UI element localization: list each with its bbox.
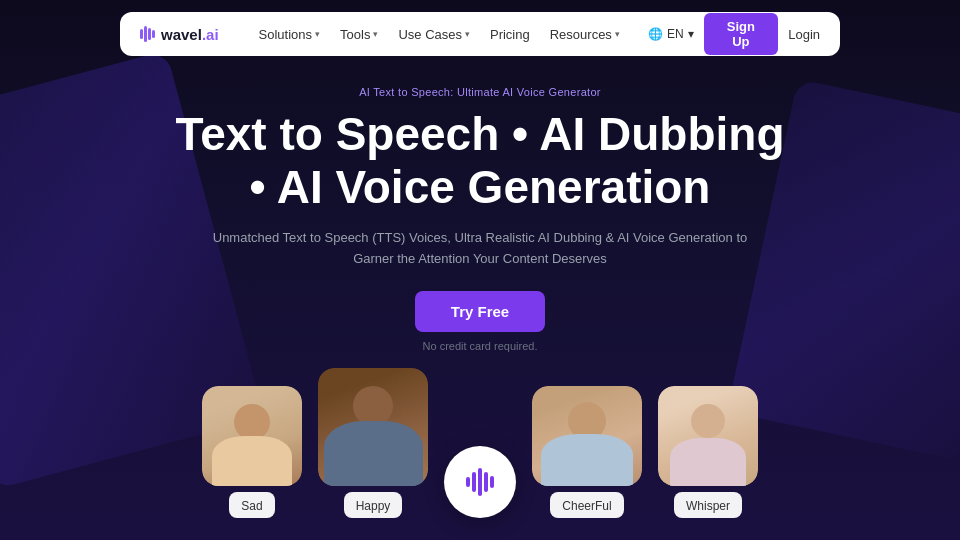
voice-cards-section: Sad Happy CheerFul	[0, 352, 960, 518]
nav-tools[interactable]: Tools ▾	[340, 27, 378, 42]
logo-bar-1	[140, 29, 143, 39]
hero-description: Unmatched Text to Speech (TTS) Voices, U…	[200, 228, 760, 270]
login-button[interactable]: Login	[788, 27, 820, 42]
hero-section: AI Text to Speech: Ultimate AI Voice Gen…	[0, 68, 960, 352]
chevron-down-icon: ▾	[373, 29, 378, 39]
person-whisper-photo	[658, 386, 758, 486]
logo-text: wavel.ai	[161, 26, 219, 43]
soundwave-bar-4	[484, 472, 488, 492]
nav-solutions[interactable]: Solutions ▾	[259, 27, 320, 42]
voice-card-cheerful[interactable]: CheerFul	[532, 386, 642, 518]
navbar: wavel.ai Solutions ▾ Tools ▾ Use Cases ▾…	[0, 0, 960, 68]
nav-use-cases[interactable]: Use Cases ▾	[398, 27, 470, 42]
voice-label-wrap-sad: Sad	[229, 492, 274, 518]
signup-button[interactable]: Sign Up	[704, 13, 779, 55]
person-sad-photo	[202, 386, 302, 486]
person-cheerful-photo	[532, 386, 642, 486]
wavel-soundwave-icon	[466, 468, 494, 496]
soundwave-bar-3	[478, 468, 482, 496]
soundwave-bar-1	[466, 477, 470, 487]
hero-title-line2: • AI Voice Generation	[250, 161, 711, 213]
voice-label-wrap-cheerful: CheerFul	[550, 492, 623, 518]
logo-domain: .ai	[202, 26, 219, 43]
language-selector[interactable]: 🌐 EN ▾	[648, 27, 694, 41]
logo-bar-2	[144, 26, 147, 42]
voice-card-logo	[444, 446, 516, 518]
voice-label-cheerful: CheerFul	[562, 499, 611, 513]
chevron-down-icon: ▾	[465, 29, 470, 39]
voice-card-whisper[interactable]: Whisper	[658, 386, 758, 518]
hero-title-line1: Text to Speech • AI Dubbing	[175, 108, 784, 160]
voice-label-wrap-happy: Happy	[344, 492, 403, 518]
nav-actions: 🌐 EN ▾ Sign Up Login	[648, 13, 820, 55]
voice-label-happy: Happy	[356, 499, 391, 513]
voice-image-sad	[202, 386, 302, 486]
voice-card-sad[interactable]: Sad	[202, 386, 302, 518]
nav-links: Solutions ▾ Tools ▾ Use Cases ▾ Pricing …	[259, 27, 620, 42]
soundwave-bar-2	[472, 472, 476, 492]
chevron-down-icon: ▾	[315, 29, 320, 39]
person-happy-photo	[318, 368, 428, 486]
voice-card-happy[interactable]: Happy	[318, 368, 428, 518]
hero-title: Text to Speech • AI Dubbing • AI Voice G…	[175, 108, 784, 214]
nav-resources[interactable]: Resources ▾	[550, 27, 620, 42]
nav-pricing[interactable]: Pricing	[490, 27, 530, 42]
voice-image-happy	[318, 368, 428, 486]
no-credit-card-note: No credit card required.	[423, 340, 538, 352]
voice-image-cheerful	[532, 386, 642, 486]
voice-label-whisper: Whisper	[686, 499, 730, 513]
chevron-down-icon: ▾	[615, 29, 620, 39]
try-free-button[interactable]: Try Free	[415, 291, 545, 332]
logo[interactable]: wavel.ai	[140, 26, 219, 43]
wavel-logo-circle	[444, 446, 516, 518]
voice-label-wrap-whisper: Whisper	[674, 492, 742, 518]
voice-label-sad: Sad	[241, 499, 262, 513]
globe-icon: 🌐	[648, 27, 663, 41]
logo-bar-4	[152, 30, 155, 38]
hero-subtitle: AI Text to Speech: Ultimate AI Voice Gen…	[359, 86, 601, 98]
soundwave-bar-5	[490, 476, 494, 488]
chevron-down-icon: ▾	[688, 27, 694, 41]
voice-image-whisper	[658, 386, 758, 486]
nav-container: wavel.ai Solutions ▾ Tools ▾ Use Cases ▾…	[120, 12, 840, 56]
logo-bar-3	[148, 28, 151, 40]
logo-icon	[140, 26, 155, 42]
